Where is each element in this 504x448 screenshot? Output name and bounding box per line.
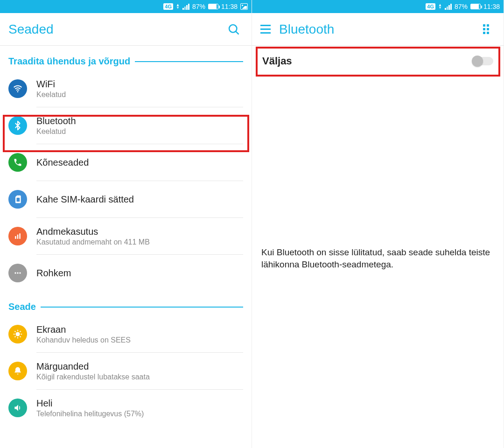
bluetooth-pane: 4G ▲▼ 87% 11:38 Bluetooth Väljas Kui Blu…: [252, 0, 504, 448]
svg-line-17: [14, 336, 15, 337]
page-title: Seaded: [8, 22, 224, 37]
svg-point-8: [17, 272, 18, 273]
svg-line-15: [14, 331, 15, 332]
call-title: Kõneseaded: [36, 157, 243, 168]
more-title: Rohkem: [36, 268, 243, 279]
svg-point-9: [19, 272, 21, 273]
svg-rect-5: [17, 235, 19, 239]
data-usage-icon: [8, 227, 27, 245]
data-usage-row[interactable]: Andmekasutus Kasutatud andmemaht on 411 …: [0, 218, 252, 254]
status-bar: 4G ▲▼ 87% 11:38: [252, 0, 504, 13]
phone-icon: [8, 153, 27, 172]
search-button[interactable]: [224, 20, 243, 39]
section-wireless: Traadita ühendus ja võrgud: [0, 46, 252, 70]
svg-line-18: [20, 331, 21, 332]
signal-icon: [182, 3, 189, 10]
data-title: Andmekasutus: [36, 226, 243, 237]
display-icon: [8, 325, 27, 343]
sound-title: Heli: [36, 398, 243, 409]
app-bar: Bluetooth: [252, 13, 504, 46]
battery-pct: 87%: [192, 3, 205, 10]
svg-rect-3: [17, 198, 20, 202]
status-bar: 4G ▲▼ 87% 11:38: [0, 0, 252, 13]
screenshot-icon: [240, 3, 248, 10]
section-device-label: Seade: [8, 301, 36, 312]
section-divider-icon: [41, 307, 243, 308]
display-row[interactable]: Ekraan Kohanduv heledus on SEES: [0, 316, 252, 352]
battery-icon: [208, 4, 218, 9]
svg-point-0: [229, 25, 237, 32]
svg-rect-6: [19, 233, 21, 239]
sim-icon: [8, 190, 27, 209]
highlight-bluetooth: [3, 115, 249, 152]
network-badge: 4G: [426, 3, 435, 10]
highlight-toggle: [256, 47, 500, 77]
display-title: Ekraan: [36, 324, 243, 335]
settings-pane: 4G ▲▼ 87% 11:38 Seaded Traadita ühendus …: [0, 0, 252, 448]
wifi-sub: Keelatud: [36, 91, 243, 99]
section-wireless-label: Traadita ühendus ja võrgud: [8, 56, 130, 67]
more-row[interactable]: Rohkem: [0, 255, 252, 291]
clock: 11:38: [483, 3, 500, 10]
wifi-title: WiFi: [36, 79, 243, 90]
battery-icon: [470, 4, 481, 9]
signal-icon: [445, 3, 452, 10]
overflow-icon: [483, 24, 489, 34]
section-divider-icon: [135, 61, 243, 62]
dual-sim-title: Kahe SIM-kaardi sätted: [36, 194, 243, 205]
sound-icon: [8, 399, 27, 417]
bell-icon: [8, 362, 27, 380]
data-arrows-icon: ▲▼: [176, 4, 180, 9]
notif-sub: Kõigil rakendustel lubatakse saata: [36, 373, 243, 381]
clock: 11:38: [221, 3, 238, 10]
network-badge: 4G: [163, 3, 173, 10]
menu-button[interactable]: [260, 25, 271, 34]
more-icon: [8, 264, 27, 282]
data-arrows-icon: ▲▼: [438, 4, 442, 9]
sound-sub: Telefonihelina helitugevus (57%): [36, 410, 243, 418]
svg-point-2: [17, 91, 19, 92]
search-icon: [227, 23, 240, 36]
notif-title: Märguanded: [36, 361, 243, 372]
wifi-row[interactable]: WiFi Keelatud: [0, 70, 252, 107]
bluetooth-info: Kui Bluetooth on sisse lülitatud, saab s…: [261, 246, 494, 270]
data-sub: Kasutatud andmemaht on 411 MB: [36, 238, 243, 246]
page-title: Bluetooth: [279, 22, 476, 37]
display-sub: Kohanduv heledus on SEES: [36, 336, 243, 344]
battery-pct: 87%: [455, 3, 468, 10]
sound-row[interactable]: Heli Telefonihelina helitugevus (57%): [0, 390, 252, 426]
svg-line-16: [20, 336, 21, 337]
svg-point-10: [16, 332, 19, 336]
wifi-icon: [8, 79, 27, 98]
svg-line-1: [236, 31, 238, 34]
dual-sim-row[interactable]: Kahe SIM-kaardi sätted: [0, 181, 252, 217]
app-bar: Seaded: [0, 13, 252, 46]
notifications-row[interactable]: Märguanded Kõigil rakendustel lubatakse …: [0, 353, 252, 389]
overflow-button[interactable]: [476, 20, 495, 39]
svg-rect-4: [15, 236, 16, 239]
svg-point-7: [14, 272, 16, 273]
section-device: Seade: [0, 291, 252, 316]
